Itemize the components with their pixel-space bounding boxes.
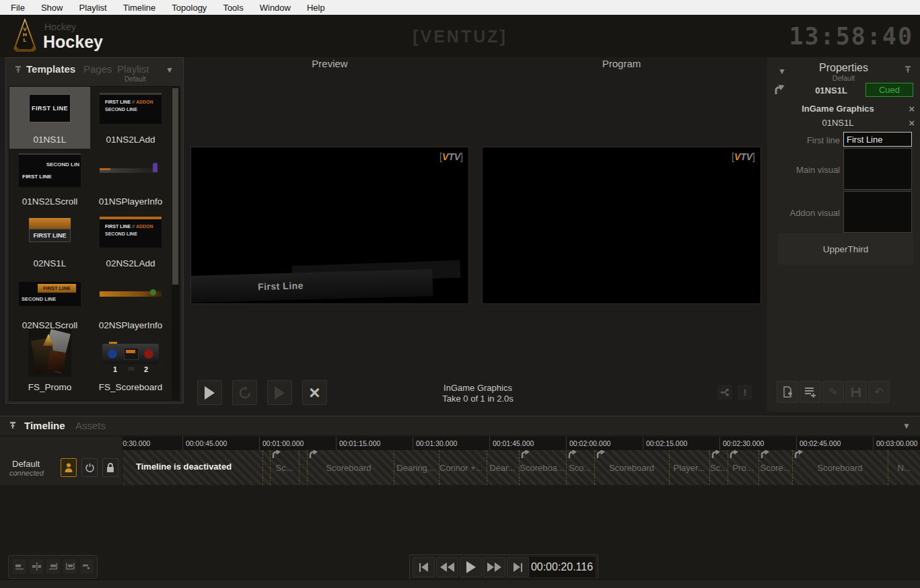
close-icon[interactable]: × — [909, 103, 915, 114]
menu-help[interactable]: Help — [299, 1, 333, 15]
template-item-02NS2LAdd[interactable]: FIRST LINE // ADDONSECOND LINE02NS2LAdd — [90, 211, 171, 272]
timeline-ruler[interactable]: 00:00:30.00000:00:45.00000:01:00.00000:0… — [122, 437, 920, 450]
main-visual-box[interactable] — [843, 148, 912, 190]
timeline-clip-n[interactable]: N... — [888, 450, 920, 485]
template-item-02NSPlayerInfo[interactable]: 02NSPlayerInfo — [90, 272, 171, 334]
timeline-clip[interactable] — [262, 450, 269, 485]
power-icon — [85, 463, 95, 473]
region-insert-icon — [32, 562, 41, 571]
template-item-02NS1L[interactable]: FIRST LINE02NS1L — [9, 211, 90, 272]
clip-label: Scoreboard — [609, 463, 654, 473]
tab-playlist[interactable]: Playlist — [117, 63, 149, 75]
menu-file[interactable]: File — [3, 1, 33, 15]
timeline-body: Default connected 0 — [0, 435, 920, 588]
bottom-strip — [0, 579, 920, 588]
close-icon[interactable]: × — [909, 117, 915, 128]
edit-button[interactable]: ✎ — [822, 381, 844, 403]
ruler-tick — [566, 437, 567, 450]
pin-icon[interactable] — [904, 65, 912, 75]
template-item-FS_Promo[interactable]: FS_Promo — [9, 334, 90, 396]
ventuz-brand-logo: [VENTUZ] — [413, 27, 507, 46]
timeline-clip-sco[interactable]: Sco... — [566, 450, 593, 485]
timeline-clip-scoreboard[interactable]: Scoreboard — [594, 450, 668, 485]
timeline-clip-scoreboa[interactable]: Scoreboa... — [519, 450, 565, 485]
template-item-01NS2LScroll[interactable]: SECOND LINFIRST LINE01NS2LScroll — [9, 149, 90, 211]
loop-button[interactable] — [232, 380, 257, 405]
timeline-clip-pro[interactable]: Pro... — [728, 450, 758, 485]
panel-collapse-icon[interactable]: ▼ — [903, 421, 911, 431]
panel-collapse-icon[interactable]: ▼ — [166, 65, 174, 75]
skip-end-button[interactable] — [507, 557, 529, 577]
timeline-clip-sc[interactable]: Sc... — [270, 450, 298, 485]
new-page-button[interactable] — [777, 381, 798, 403]
menu-tools[interactable]: Tools — [215, 1, 251, 15]
timeline-track[interactable]: Timeline is deactivated Sc...ScoreboardD… — [122, 450, 920, 485]
cue-status-badge[interactable]: Cued — [865, 83, 913, 97]
fast-forward-button[interactable] — [483, 557, 505, 577]
template-name: FS_Promo — [28, 382, 72, 392]
pin-icon[interactable] — [14, 65, 22, 75]
operator-button[interactable] — [61, 458, 77, 477]
region-insert-button[interactable] — [30, 559, 43, 574]
addon-visual-box[interactable] — [843, 191, 912, 233]
channel-routing-button[interactable] — [717, 385, 732, 400]
first-line-input[interactable] — [843, 132, 912, 147]
tab-timeline[interactable]: Timeline — [24, 420, 65, 431]
menu-playlist[interactable]: Playlist — [71, 1, 114, 15]
upper-third-button[interactable]: UpperThird — [778, 233, 913, 265]
take-out-button[interactable] — [267, 380, 292, 405]
menu-show[interactable]: Show — [33, 1, 71, 15]
tab-templates[interactable]: Templates — [26, 63, 75, 75]
channel-status: connected — [9, 469, 44, 477]
region-start-button[interactable] — [13, 559, 26, 574]
timeline-clip-scoreboard[interactable]: Scoreboard — [792, 450, 887, 485]
clip-label: Score... — [760, 463, 791, 473]
template-name: 02NS1L — [34, 258, 67, 268]
power-button[interactable] — [81, 458, 98, 477]
stack-row-label: InGame Graphics — [787, 104, 888, 114]
undo-button[interactable]: ↶ — [868, 381, 890, 403]
template-thumbnail: FIRST LINE // ADDONSECOND LINE — [100, 217, 162, 248]
add-to-playlist-button[interactable] — [800, 381, 821, 403]
timeline-clip-dear[interactable]: Dear... — [487, 450, 518, 485]
template-name: FS_Scoreboard — [99, 382, 163, 392]
take-button[interactable] — [197, 380, 222, 405]
clip-label: Scoreboard — [326, 463, 371, 473]
pin-icon[interactable] — [9, 421, 17, 431]
timeline-clip-player[interactable]: Player... — [669, 450, 709, 485]
ruler-tick — [182, 437, 183, 450]
play-button[interactable] — [460, 557, 482, 577]
rewind-button[interactable] — [436, 557, 458, 577]
region-end-button[interactable] — [46, 559, 60, 574]
take-status: InGame Graphics Take 0 of 1 in 2.0s — [377, 383, 579, 404]
menu-window[interactable]: Window — [252, 1, 299, 15]
clip-label: Player... — [674, 463, 705, 473]
save-button[interactable] — [845, 381, 867, 403]
tab-assets[interactable]: Assets — [75, 420, 106, 431]
template-item-01NSPlayerInfo[interactable]: 01NSPlayerInfo — [90, 149, 171, 211]
timeline-clip-dearing[interactable]: Dearing... — [394, 450, 437, 485]
skip-start-button[interactable] — [413, 557, 435, 577]
menu-timeline[interactable]: Timeline — [115, 1, 164, 15]
tab-pages[interactable]: Pages — [83, 63, 112, 75]
header: V H L Hockey Hockey [VENTUZ] 13:58:40 — [0, 15, 920, 57]
template-scrollbar[interactable] — [172, 87, 179, 400]
template-item-01NS2LAdd[interactable]: FIRST LINE // ADDONSECOND LINE01NS2LAdd — [90, 87, 171, 149]
region-span-button[interactable] — [63, 559, 77, 574]
menu-topology[interactable]: Topology — [164, 1, 215, 15]
clear-button[interactable]: × — [302, 380, 327, 405]
template-item-FS_Scoreboard[interactable]: 12FS_Scoreboard — [90, 334, 171, 396]
alert-button[interactable]: ! — [738, 385, 752, 400]
region-small-button[interactable] — [80, 559, 94, 574]
scrollbar-thumb[interactable] — [172, 88, 178, 285]
timeline-clip-sc[interactable]: Sc... — [709, 450, 727, 485]
timeline-clip-connor[interactable]: Connor +... — [439, 450, 482, 485]
lock-button[interactable] — [102, 458, 118, 477]
clip-label: Dear... — [489, 463, 515, 473]
timeline-clip[interactable] — [299, 450, 306, 485]
timeline-clip-scoreboard[interactable]: Scoreboard — [307, 450, 390, 485]
jump-to-template-icon[interactable] — [774, 84, 786, 95]
template-item-02NS2LScroll[interactable]: FIRST LINESECOND LINE02NS2LScroll — [9, 272, 90, 334]
template-item-01NS1L[interactable]: FIRST LINE01NS1L — [9, 87, 90, 149]
timeline-clip-score[interactable]: Score... — [758, 450, 791, 485]
